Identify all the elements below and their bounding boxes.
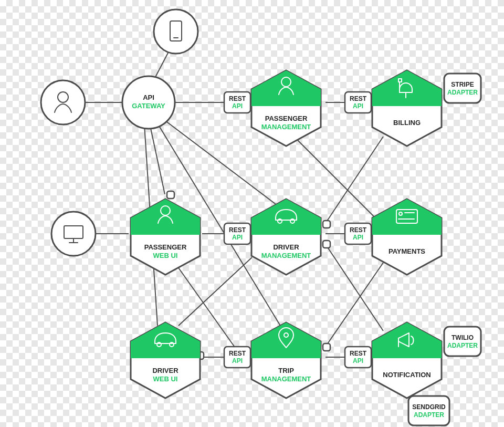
svg-text:REST: REST [350, 226, 367, 234]
svg-text:ADAPTER: ADAPTER [414, 411, 444, 419]
svg-rect-22 [323, 241, 330, 248]
svg-text:NOTIFICATION: NOTIFICATION [383, 371, 430, 379]
svg-text:STRIPE: STRIPE [451, 81, 474, 88]
svg-text:REST: REST [229, 95, 246, 102]
svg-line-5 [150, 123, 165, 194]
node-notification: NOTIFICATION [372, 322, 442, 398]
svg-point-24 [154, 9, 198, 54]
adapter-twilio: TWILIO ADAPTER [444, 327, 481, 356]
svg-text:PASSENGER: PASSENGER [144, 243, 187, 251]
svg-text:API: API [353, 102, 363, 110]
rest-api-box: REST API [345, 92, 371, 113]
svg-text:PASSENGER: PASSENGER [265, 114, 308, 122]
node-billing: BILLING [372, 70, 442, 146]
svg-rect-21 [323, 221, 330, 228]
rest-api-box: REST API [224, 92, 250, 113]
svg-text:REST: REST [229, 350, 246, 357]
circle-desktop [51, 212, 96, 256]
svg-text:BILLING: BILLING [393, 119, 421, 127]
svg-text:MANAGEMENT: MANAGEMENT [261, 375, 311, 383]
svg-text:REST: REST [229, 226, 246, 234]
svg-text:API: API [232, 234, 243, 241]
gateway-line1: API [143, 93, 154, 101]
gateway-line2: GATEWAY [132, 102, 165, 110]
rest-api-box: REST API [224, 347, 250, 368]
svg-rect-83 [444, 327, 481, 356]
svg-line-17 [326, 263, 383, 347]
svg-text:API: API [232, 357, 243, 364]
svg-text:API: API [353, 234, 363, 241]
node-driver-web: DRIVER WEB UI [131, 322, 200, 398]
svg-text:TRIP: TRIP [278, 367, 294, 374]
svg-text:WEB UI: WEB UI [153, 252, 178, 259]
adapter-stripe: STRIPE ADAPTER [444, 74, 481, 103]
node-api-gateway: API GATEWAY [122, 76, 175, 129]
svg-text:ADAPTER: ADAPTER [447, 89, 478, 96]
node-driver-management: DRIVER MANAGEMENT [251, 199, 321, 275]
node-passenger-management: PASSENGER MANAGEMENT [251, 70, 321, 146]
svg-text:ADAPTER: ADAPTER [447, 342, 478, 349]
svg-text:TWILIO: TWILIO [452, 334, 474, 341]
rest-api-box: REST API [345, 223, 371, 244]
svg-rect-23 [323, 343, 330, 351]
svg-rect-80 [444, 74, 481, 103]
rest-api-box: REST API [224, 223, 250, 244]
svg-text:SENDGRID: SENDGRID [412, 403, 446, 411]
svg-text:WEB UI: WEB UI [153, 375, 178, 383]
svg-text:REST: REST [350, 350, 367, 357]
svg-text:DRIVER: DRIVER [152, 367, 178, 374]
node-passenger-web: PASSENGER WEB UI [131, 199, 200, 275]
adapter-sendgrid: SENDGRID ADAPTER [408, 396, 449, 425]
svg-line-15 [178, 257, 252, 326]
svg-text:API: API [353, 357, 363, 364]
svg-text:DRIVER: DRIVER [273, 243, 299, 251]
svg-rect-19 [167, 191, 174, 199]
rest-api-box: REST API [345, 347, 371, 368]
svg-rect-86 [408, 396, 449, 425]
svg-text:PAYMENTS: PAYMENTS [388, 247, 425, 255]
circle-user [41, 80, 85, 124]
svg-text:MANAGEMENT: MANAGEMENT [261, 123, 311, 131]
node-trip-management: TRIP MANAGEMENT [251, 322, 321, 398]
svg-line-12 [326, 137, 383, 223]
svg-text:MANAGEMENT: MANAGEMENT [261, 252, 311, 259]
circle-mobile [154, 9, 198, 54]
svg-point-29 [51, 212, 96, 256]
svg-text:API: API [232, 102, 243, 110]
svg-text:REST: REST [350, 95, 367, 102]
